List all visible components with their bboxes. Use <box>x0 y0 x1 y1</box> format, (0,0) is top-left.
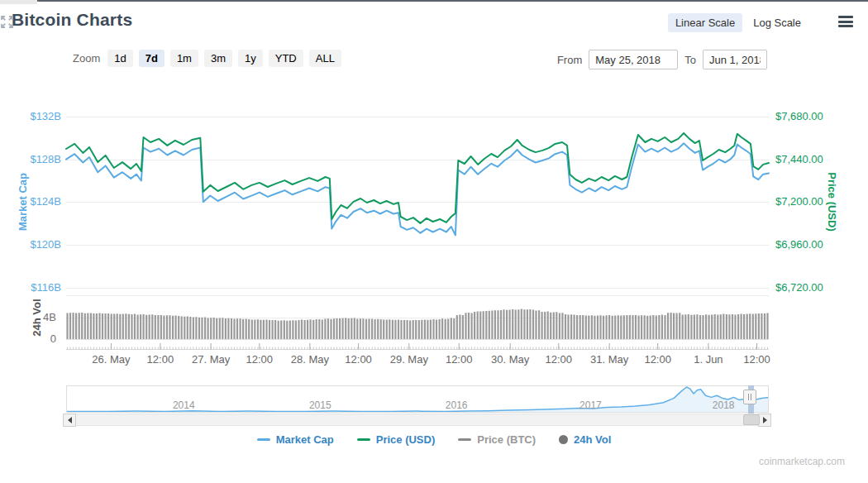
volume-gridline <box>66 339 769 340</box>
to-date-input[interactable] <box>703 50 767 69</box>
x-axis-label: 12:00 <box>345 353 372 366</box>
x-axis-label: 30. May <box>491 353 529 366</box>
navigator-year-label: 2018 <box>713 399 735 411</box>
x-axis-label: 31. May <box>590 353 628 366</box>
legend-item-price-btc[interactable]: Price (BTC) <box>458 433 536 446</box>
log-scale-button[interactable]: Log Scale <box>746 13 808 32</box>
marketcap-axis-tick: $120B <box>0 238 61 251</box>
navigator-year-label: 2017 <box>579 399 602 411</box>
zoom-3m-button[interactable]: 3m <box>204 50 232 67</box>
navigator-year-label: 2016 <box>446 399 468 411</box>
page-title: Bitcoin Charts <box>12 10 132 30</box>
from-date-input[interactable] <box>589 50 678 69</box>
volume-gridline <box>66 318 769 318</box>
marketcap-axis-tick: $132B <box>0 110 61 122</box>
hamburger-menu-icon[interactable] <box>838 16 853 27</box>
price-usd-marker-icon <box>357 438 370 441</box>
marketcap-axis-tick: $128B <box>0 153 61 165</box>
scrollbar-left-arrow[interactable] <box>63 414 76 427</box>
legend-item-price-usd[interactable]: Price (USD) <box>357 433 436 446</box>
zoom-1d-button[interactable]: 1d <box>107 50 132 67</box>
market-cap-marker-icon <box>257 438 270 441</box>
price-axis-tick: $7,440.00 <box>775 153 850 165</box>
price-axis-tick: $7,680.00 <box>775 110 850 122</box>
volume-axis-tick: 4B <box>0 311 56 323</box>
top-edge-artifact-corner <box>0 0 37 4</box>
x-axis-label: 27. May <box>192 353 230 366</box>
navigator-right-border <box>768 385 769 413</box>
navigator-year-label: 2014 <box>173 399 195 411</box>
x-axis-label: 12:00 <box>446 353 473 366</box>
scrollbar-right-arrow[interactable] <box>758 414 771 427</box>
scrollbar-thumb[interactable] <box>743 414 760 425</box>
gridline <box>66 117 769 117</box>
price-volume-chart[interactable] <box>0 0 868 483</box>
legend-label: 24h Vol <box>574 433 611 446</box>
top-edge-artifact <box>37 0 868 2</box>
legend-label: Price (BTC) <box>477 433 536 446</box>
linear-scale-button[interactable]: Linear Scale <box>668 13 742 32</box>
zoom-7d-button[interactable]: 7d <box>139 50 165 67</box>
from-label: From <box>557 54 582 66</box>
x-axis-label: 12:00 <box>644 353 671 366</box>
legend-item-market-cap[interactable]: Market Cap <box>257 433 334 446</box>
fullscreen-expand-icon[interactable] <box>0 15 14 29</box>
navigator-drag-handle[interactable] <box>743 390 756 404</box>
price-btc-marker-icon <box>458 438 471 441</box>
x-axis-label: 1. Jun <box>694 353 723 366</box>
x-axis-label: 26. May <box>92 353 130 366</box>
legend-item-24h-vol[interactable]: 24h Vol <box>559 433 611 446</box>
marketcap-axis-tick: $124B <box>0 195 61 208</box>
marketcap-axis-tick: $116B <box>0 281 61 294</box>
navigator-bottom-border <box>66 412 769 413</box>
volume-axis-tick: 0 <box>0 332 56 345</box>
x-axis-label: 12:00 <box>246 353 274 366</box>
zoom-1y-button[interactable]: 1y <box>238 50 263 67</box>
navigator-top-border <box>66 385 769 386</box>
scale-toggle-group: Linear ScaleLog Scale <box>668 13 808 32</box>
price-axis-tick: $6,720.00 <box>775 281 850 294</box>
watermark: coinmarketcap.com <box>759 456 845 467</box>
bitcoin-charts-page: Bitcoin Charts Linear ScaleLog Scale Zoo… <box>0 0 868 483</box>
navigator-left-border <box>66 385 67 413</box>
to-label: To <box>684 54 696 66</box>
zoom-label: Zoom <box>73 52 100 65</box>
date-range-controls: From To <box>557 50 767 69</box>
zoom-ytd-button[interactable]: YTD <box>269 50 303 67</box>
gridline <box>66 202 769 203</box>
x-axis-label: 12:00 <box>147 353 174 366</box>
zoom-all-button[interactable]: ALL <box>309 50 341 67</box>
zoom-range-toolbar: Zoom 1d7d1m3m1yYTDALL <box>73 50 341 67</box>
chart-legend: Market CapPrice (USD)Price (BTC)24h Vol <box>0 433 868 446</box>
price-axis-tick: $7,200.00 <box>775 195 850 208</box>
gridline <box>66 288 769 289</box>
legend-label: Price (USD) <box>376 433 436 446</box>
x-axis-label: 28. May <box>291 353 329 366</box>
navigator-year-label: 2015 <box>309 399 331 411</box>
x-axis-label: 29. May <box>390 353 428 366</box>
x-axis-label: 12:00 <box>546 353 573 366</box>
gridline <box>66 245 769 246</box>
legend-label: Market Cap <box>276 433 334 446</box>
volume-gridline <box>66 295 769 296</box>
price-axis-tick: $6,960.00 <box>775 238 850 251</box>
zoom-1m-button[interactable]: 1m <box>170 50 198 67</box>
scrollbar-track[interactable] <box>75 414 760 426</box>
gridline <box>66 160 769 160</box>
24h-vol-marker-icon <box>559 435 568 444</box>
x-axis-label: 12:00 <box>743 353 770 366</box>
